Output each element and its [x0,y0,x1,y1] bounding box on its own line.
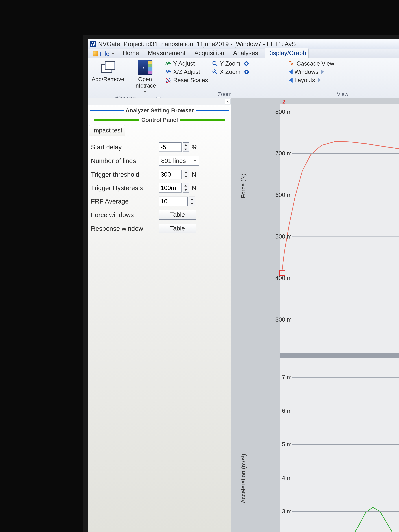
gridline [292,112,399,112]
graph-area: 2 Force (N) Acceleration (m/s²) [231,98,399,532]
control-panel-header[interactable]: Control Panel [92,116,227,124]
x-zoom-label: X Zoom [220,69,241,75]
gridline [292,195,399,195]
gridline [292,511,399,512]
force-tick: 300 m [275,316,292,323]
file-menu[interactable]: File [91,49,116,58]
layouts-nav-button[interactable]: Layouts [289,77,334,83]
accel-tick: 4 m [282,475,292,481]
ribbon-group-windows: Add/Remove Open Infotrace ▾ Windows [88,58,163,98]
open-infotrace-button[interactable]: Open Infotrace ▾ [130,59,160,94]
force-windows-table-button[interactable]: Table [159,210,196,220]
infotrace-icon [138,60,152,75]
number-of-lines-row: Number of lines 801 lines [91,156,228,166]
y-zoom-button[interactable]: Y Zoom [212,60,249,67]
x-zoom-variant-icon[interactable] [244,69,249,75]
control-panel-title: Control Panel [141,117,178,123]
ribbon-tab-strip: File Home Measurement Acquisition Analys… [88,49,399,58]
response-window-label: Response window [91,225,155,232]
reset-scales-button[interactable]: Reset Scales [165,77,208,83]
trigger-threshold-label: Trigger threshold [91,171,155,178]
ribbon-group-view: Cascade View Windows Layouts View [286,58,399,98]
y-zoom-icon [212,61,218,66]
accel-axis-label: Acceleration (m/s²) [240,454,247,503]
windows-nav-button[interactable]: Windows [289,69,334,75]
windows-icon [101,60,115,75]
title-bar: NVGate: Project: id31_nanostation_11june… [88,39,399,49]
accel-trace [280,503,399,532]
bar-icon [180,119,225,121]
xz-adjust-button[interactable]: X/Z Adjust [165,69,208,75]
frf-average-spinner[interactable] [189,196,195,206]
gridline [292,153,399,154]
triangle-right-icon [321,70,324,74]
trigger-hysteresis-input[interactable] [159,183,182,193]
trigger-threshold-input[interactable] [159,170,182,179]
force-tick: 800 m [275,108,292,115]
accel-tick: 3 m [282,508,292,515]
gridline [292,411,399,411]
add-remove-button[interactable]: Add/Remove [90,59,126,82]
gridline [292,377,399,378]
close-panel-button[interactable]: × [225,99,230,104]
accel-tick: 6 m [282,407,292,414]
layouts-nav-label: Layouts [294,77,315,83]
gridline [292,236,399,237]
gridline [292,320,399,320]
svg-line-1 [215,64,217,66]
response-window-table-button[interactable]: Table [159,224,196,233]
chevron-down-icon [112,53,114,55]
cascade-view-button[interactable]: Cascade View [289,60,334,67]
reset-scales-label: Reset Scales [173,77,208,83]
trigger-threshold-spinner[interactable] [183,170,189,179]
y-adjust-button[interactable]: Y Adjust [165,60,208,67]
force-windows-row: Force windows Table [91,210,228,220]
force-tick: 500 m [275,233,292,240]
bar-icon [90,110,124,111]
start-delay-unit: % [192,143,197,151]
plot-pane[interactable]: Force (N) Acceleration (m/s²) [240,98,399,532]
bar-icon [94,119,139,121]
y-zoom-variant-icon[interactable] [243,61,249,66]
side-panel: × Analyzer Setting Browser Control Panel… [88,98,231,532]
force-tick: 600 m [275,192,292,198]
trigger-threshold-unit: N [192,171,196,178]
force-tick: 400 m [275,275,292,281]
tab-acquisition[interactable]: Acquisition [192,48,226,58]
xz-adjust-icon [165,69,171,75]
reset-scales-icon [165,77,171,83]
triangle-left-icon [289,70,292,74]
number-of-lines-label: Number of lines [91,157,155,165]
app-icon [90,41,96,47]
x-zoom-icon [212,69,218,75]
trigger-hysteresis-label: Trigger Hysteresis [91,184,155,192]
file-orb-icon [93,51,98,57]
file-menu-label: File [100,50,109,57]
y-zoom-label: Y Zoom [220,60,240,67]
gridline [292,278,399,278]
y-adjust-label: Y Adjust [173,60,195,67]
tab-measurement[interactable]: Measurement [146,48,188,58]
x-zoom-button[interactable]: X Zoom [212,69,249,75]
ribbon-group-label-view: View [289,90,396,98]
plot-canvas[interactable] [280,104,399,532]
trigger-hysteresis-spinner[interactable] [183,183,189,193]
tab-home[interactable]: Home [120,48,141,58]
force-axis-label: Force (N) [240,173,247,198]
tab-analyses[interactable]: Analyses [231,48,260,58]
tab-display-graph[interactable]: Display/Graph [265,48,308,58]
start-delay-spinner[interactable] [183,142,189,152]
trigger-hysteresis-row: Trigger Hysteresis N [91,183,228,193]
start-delay-input[interactable] [159,142,182,152]
workspace: × Analyzer Setting Browser Control Panel… [88,98,399,532]
accel-tick: 5 m [282,441,292,448]
y-adjust-icon [165,61,171,66]
analyzer-setting-browser-header[interactable]: Analyzer Setting Browser [88,106,231,115]
cascade-icon [289,61,295,66]
trigger-hysteresis-unit: N [192,184,196,192]
ribbon: Add/Remove Open Infotrace ▾ Windows [88,58,399,98]
open-infotrace-label: Open Infotrace [131,76,159,89]
frf-average-input[interactable] [159,196,188,206]
number-of-lines-select[interactable]: 801 lines [159,156,199,166]
impact-test-tab[interactable]: Impact test [89,125,125,136]
